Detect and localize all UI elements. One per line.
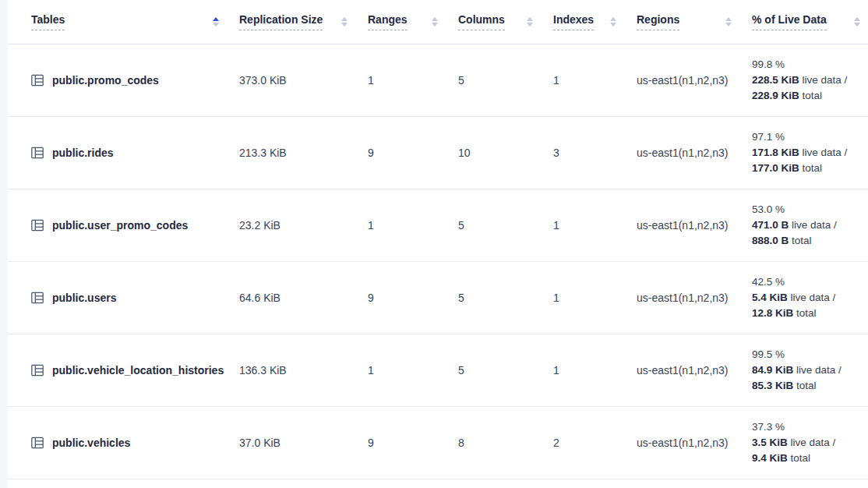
- column-header-label: Tables: [31, 13, 65, 30]
- table-name-cell: public.promo_codes: [8, 73, 239, 87]
- indexes-cell: 1: [553, 364, 637, 377]
- columns-cell: 8: [458, 437, 553, 449]
- column-header-replication-size[interactable]: Replication Size: [239, 13, 368, 30]
- regions-cell: us-east1(n1,n2,n3): [637, 364, 752, 377]
- table-name-link[interactable]: public.users: [52, 292, 116, 304]
- table-row[interactable]: public.promo_codes 373.0 KiB 1 5 1 us-ea…: [8, 44, 868, 117]
- columns-cell: 5: [458, 74, 553, 87]
- ranges-cell: 9: [368, 292, 458, 304]
- total-size-line: 12.8 KiB total: [752, 306, 859, 321]
- live-data-cell: 53.0 % 471.0 B live data / 888.0 B total: [752, 202, 868, 249]
- sort-icon: [854, 17, 860, 27]
- sort-icon: [213, 17, 219, 27]
- column-header-indexes[interactable]: Indexes: [553, 13, 637, 30]
- table-name-cell: public.rides: [8, 146, 239, 160]
- column-header-label: Columns: [458, 13, 505, 30]
- live-data-size-line: 228.5 KiB live data /: [752, 72, 859, 88]
- table-icon: [30, 146, 44, 160]
- table-name-cell: public.vehicles: [8, 436, 239, 450]
- live-data-percent: 42.5 %: [752, 274, 859, 290]
- live-data-percent: 53.0 %: [752, 202, 859, 217]
- indexes-cell: 3: [553, 147, 637, 159]
- table-name-link[interactable]: public.vehicle_location_histories: [52, 364, 224, 377]
- live-data-size-line: 3.5 KiB live data /: [752, 435, 859, 451]
- sort-icon: [527, 17, 533, 27]
- ranges-cell: 1: [368, 74, 458, 87]
- table-name-link[interactable]: public.rides: [52, 147, 114, 159]
- total-size-line: 85.3 KiB total: [752, 378, 859, 394]
- replication-size-cell: 23.2 KiB: [239, 219, 368, 232]
- table-icon: [30, 363, 44, 377]
- column-header-live-data[interactable]: % of Live Data: [752, 13, 868, 30]
- indexes-cell: 1: [553, 219, 637, 232]
- live-data-cell: 42.5 % 5.4 KiB live data / 12.8 KiB tota…: [752, 274, 868, 321]
- table-icon: [30, 291, 44, 305]
- live-data-size-line: 84.9 KiB live data /: [752, 362, 859, 378]
- table-row[interactable]: public.rides 213.3 KiB 9 10 3 us-east1(n…: [8, 117, 868, 189]
- sort-icon: [341, 17, 348, 27]
- replication-size-cell: 136.3 KiB: [239, 364, 368, 377]
- table-icon: [30, 73, 44, 87]
- replication-size-cell: 64.6 KiB: [239, 292, 368, 304]
- table-row[interactable]: public.user_promo_codes 23.2 KiB 1 5 1 u…: [8, 189, 868, 262]
- replication-size-cell: 373.0 KiB: [239, 74, 368, 87]
- live-data-percent: 99.5 %: [752, 347, 859, 362]
- total-size-line: 9.4 KiB total: [752, 451, 859, 466]
- table-icon: [30, 218, 44, 232]
- indexes-cell: 1: [553, 74, 637, 87]
- column-header-columns[interactable]: Columns: [458, 13, 553, 30]
- table-body: public.promo_codes 373.0 KiB 1 5 1 us-ea…: [8, 44, 868, 479]
- live-data-size-line: 471.0 B live data /: [752, 217, 859, 233]
- ranges-cell: 9: [368, 437, 458, 449]
- regions-cell: us-east1(n1,n2,n3): [637, 292, 752, 304]
- column-header-label: % of Live Data: [752, 13, 827, 30]
- table-name-link[interactable]: public.vehicles: [52, 437, 130, 449]
- live-data-percent: 99.8 %: [752, 57, 859, 72]
- column-header-ranges[interactable]: Ranges: [368, 13, 458, 30]
- live-data-cell: 97.1 % 171.8 KiB live data / 177.0 KiB t…: [752, 129, 868, 176]
- ranges-cell: 1: [368, 219, 458, 232]
- regions-cell: us-east1(n1,n2,n3): [637, 219, 752, 232]
- table-row[interactable]: public.vehicles 37.0 KiB 9 8 2 us-east1(…: [8, 407, 868, 479]
- live-data-cell: 99.8 % 228.5 KiB live data / 228.9 KiB t…: [752, 57, 868, 104]
- column-header-label: Indexes: [553, 13, 594, 30]
- column-header-regions[interactable]: Regions: [637, 13, 752, 30]
- live-data-cell: 99.5 % 84.9 KiB live data / 85.3 KiB tot…: [752, 347, 868, 394]
- table-name-cell: public.users: [8, 291, 239, 305]
- live-data-cell: 37.3 % 3.5 KiB live data / 9.4 KiB total: [752, 419, 868, 466]
- tables-page: Tables Replication Size Ranges Columns I…: [0, 0, 868, 488]
- sort-icon: [610, 17, 616, 27]
- tables-table-card: Tables Replication Size Ranges Columns I…: [8, 0, 868, 488]
- indexes-cell: 2: [553, 437, 637, 449]
- table-name-link[interactable]: public.promo_codes: [52, 74, 159, 87]
- total-size-line: 177.0 KiB total: [752, 161, 859, 176]
- replication-size-cell: 37.0 KiB: [239, 437, 368, 449]
- sort-icon: [725, 17, 732, 27]
- sort-icon: [432, 17, 438, 27]
- columns-cell: 5: [458, 219, 553, 232]
- replication-size-cell: 213.3 KiB: [239, 147, 368, 159]
- page-left-gutter: [0, 0, 8, 488]
- indexes-cell: 1: [553, 292, 637, 304]
- columns-cell: 10: [458, 147, 553, 159]
- table-name-cell: public.user_promo_codes: [8, 218, 239, 232]
- ranges-cell: 1: [368, 364, 458, 377]
- live-data-percent: 37.3 %: [752, 419, 859, 435]
- live-data-size-line: 5.4 KiB live data /: [752, 290, 859, 306]
- live-data-percent: 97.1 %: [752, 129, 859, 145]
- columns-cell: 5: [458, 292, 553, 304]
- table-row[interactable]: public.users 64.6 KiB 9 5 1 us-east1(n1,…: [8, 262, 868, 334]
- column-header-tables[interactable]: Tables: [8, 13, 239, 30]
- columns-cell: 5: [458, 364, 553, 377]
- live-data-size-line: 171.8 KiB live data /: [752, 145, 859, 161]
- column-header-label: Replication Size: [239, 13, 323, 30]
- ranges-cell: 9: [368, 147, 458, 159]
- total-size-line: 888.0 B total: [752, 233, 859, 249]
- column-header-label: Ranges: [368, 13, 408, 30]
- regions-cell: us-east1(n1,n2,n3): [637, 74, 752, 87]
- table-icon: [30, 436, 44, 450]
- table-name-cell: public.vehicle_location_histories: [8, 363, 239, 377]
- table-name-link[interactable]: public.user_promo_codes: [52, 219, 188, 232]
- table-header-row: Tables Replication Size Ranges Columns I…: [8, 0, 868, 44]
- table-row[interactable]: public.vehicle_location_histories 136.3 …: [8, 334, 868, 407]
